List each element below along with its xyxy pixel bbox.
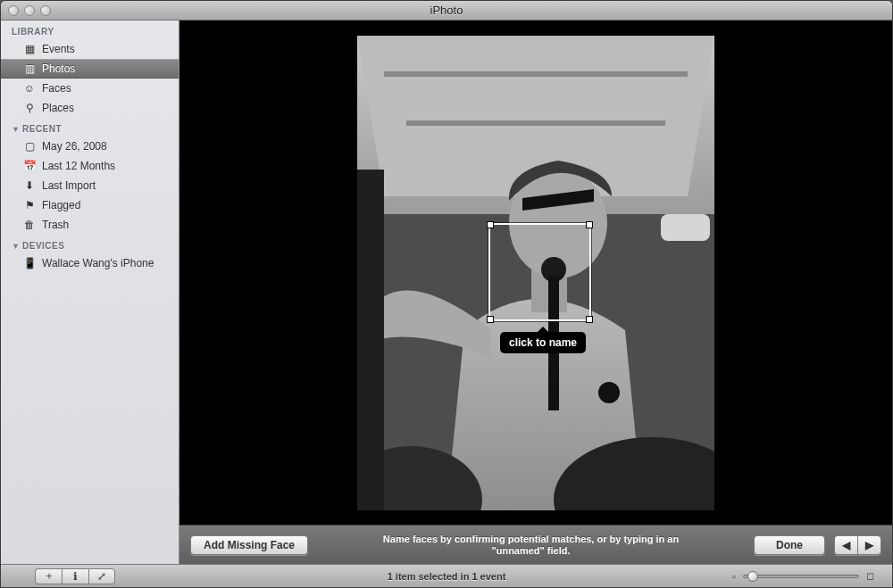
sidebar-section-devices[interactable]: ▼ DEVICES xyxy=(1,235,179,253)
disclosure-triangle-icon: ▼ xyxy=(12,242,21,251)
resize-handle-tl[interactable] xyxy=(487,221,494,228)
face-name-prompt: click to name xyxy=(509,336,577,349)
sidebar-section-library: LIBRARY xyxy=(1,21,179,39)
zoom-slider[interactable] xyxy=(743,575,859,578)
help-text: Name faces by confirming potential match… xyxy=(317,534,745,557)
window-body: LIBRARY ▦ Events ▥ Photos ☺ Faces ⚲ Plac… xyxy=(1,21,892,564)
sidebar-item-label: Faces xyxy=(42,82,71,95)
sidebar-item-label: Last Import xyxy=(42,179,96,192)
flag-icon: ⚑ xyxy=(22,198,37,212)
window-title: iPhoto xyxy=(1,4,892,17)
resize-handle-tr[interactable] xyxy=(586,221,593,228)
thumbnail-small-icon: ▫ xyxy=(732,571,736,582)
sidebar-item-label: Last 12 Months xyxy=(42,160,115,172)
status-right-controls: ▫ ◻ xyxy=(732,570,892,582)
sidebar-item-photos[interactable]: ▥ Photos xyxy=(1,59,179,79)
help-line-2: "unnamed" field. xyxy=(491,545,570,556)
previous-photo-button[interactable]: ◀ xyxy=(834,535,857,555)
svg-rect-2 xyxy=(384,71,688,77)
add-missing-face-button[interactable]: Add Missing Face xyxy=(190,535,308,555)
done-button[interactable]: Done xyxy=(754,535,825,555)
resize-handle-br[interactable] xyxy=(586,316,593,323)
zoom-slider-thumb[interactable] xyxy=(747,571,758,582)
trash-icon: 🗑 xyxy=(22,218,37,232)
sidebar-item-recent-date[interactable]: ▢ May 26, 2008 xyxy=(1,137,179,156)
iphone-icon: 📱 xyxy=(22,256,37,270)
titlebar: iPhoto xyxy=(1,1,892,21)
sidebar-item-label: Places xyxy=(42,102,74,114)
calendar-icon: 📅 xyxy=(22,159,37,173)
sidebar-section-label: LIBRARY xyxy=(12,27,54,37)
info-icon: ℹ xyxy=(73,570,78,583)
event-date-icon: ▢ xyxy=(22,139,37,153)
sidebar-item-label: Photos xyxy=(42,62,75,75)
sidebar-item-device-iphone[interactable]: 📱 Wallace Wang's iPhone xyxy=(1,253,179,273)
photo-viewer[interactable]: click to name xyxy=(179,21,892,525)
statusbar: ＋ ℹ ⤢ 1 item selected in 1 event ▫ ◻ xyxy=(1,564,892,587)
status-left-controls: ＋ ℹ ⤢ xyxy=(35,568,115,584)
sidebar: LIBRARY ▦ Events ▥ Photos ☺ Faces ⚲ Plac… xyxy=(1,21,179,564)
sidebar-item-places[interactable]: ⚲ Places xyxy=(1,98,179,118)
info-button[interactable]: ℹ xyxy=(62,568,88,584)
next-photo-button[interactable]: ▶ xyxy=(857,535,881,555)
sidebar-item-label: Flagged xyxy=(42,199,80,211)
svg-rect-4 xyxy=(661,214,710,241)
add-button[interactable]: ＋ xyxy=(35,568,62,584)
thumbnail-large-icon: ◻ xyxy=(866,570,874,582)
face-name-popover[interactable]: click to name xyxy=(500,332,586,353)
sidebar-section-recent[interactable]: ▼ RECENT xyxy=(1,118,179,137)
traffic-lights xyxy=(1,5,51,16)
sidebar-item-last-import[interactable]: ⬇ Last Import xyxy=(1,176,179,195)
sidebar-item-events[interactable]: ▦ Events xyxy=(1,39,179,59)
events-icon: ▦ xyxy=(22,42,37,56)
sidebar-item-faces[interactable]: ☺ Faces xyxy=(1,79,179,98)
help-line-1: Name faces by confirming potential match… xyxy=(383,534,679,544)
minimize-button[interactable] xyxy=(24,5,35,16)
disclosure-triangle-icon: ▼ xyxy=(12,125,21,134)
sidebar-section-label: RECENT xyxy=(22,124,62,134)
photo: click to name xyxy=(357,36,714,510)
close-button[interactable] xyxy=(8,5,19,16)
sidebar-item-label: Events xyxy=(42,43,75,55)
sidebar-item-label: May 26, 2008 xyxy=(42,140,107,153)
sidebar-item-trash[interactable]: 🗑 Trash xyxy=(1,215,179,235)
action-bar: Add Missing Face Name faces by confirmin… xyxy=(179,525,892,564)
sidebar-item-last-12-months[interactable]: 📅 Last 12 Months xyxy=(1,156,179,176)
sidebar-item-label: Trash xyxy=(42,219,69,231)
right-arrow-icon: ▶ xyxy=(865,540,873,551)
resize-handle-bl[interactable] xyxy=(487,316,494,323)
places-icon: ⚲ xyxy=(22,101,37,115)
content-area: click to name Add Missing Face Name face… xyxy=(179,21,892,564)
svg-point-9 xyxy=(598,382,620,403)
svg-rect-3 xyxy=(406,120,665,126)
zoom-button[interactable] xyxy=(40,5,51,16)
face-box[interactable] xyxy=(488,223,591,321)
plus-icon: ＋ xyxy=(44,568,54,584)
faces-icon: ☺ xyxy=(22,81,37,95)
app-window: iPhoto LIBRARY ▦ Events ▥ Photos ☺ Faces… xyxy=(0,0,893,588)
sidebar-item-flagged[interactable]: ⚑ Flagged xyxy=(1,195,179,215)
sidebar-section-label: DEVICES xyxy=(22,241,64,251)
photos-icon: ▥ xyxy=(22,62,37,76)
fullscreen-button[interactable]: ⤢ xyxy=(88,568,115,584)
sidebar-item-label: Wallace Wang's iPhone xyxy=(42,257,154,269)
left-arrow-icon: ◀ xyxy=(842,540,850,551)
nav-arrows: ◀ ▶ xyxy=(834,535,881,555)
svg-rect-12 xyxy=(357,170,384,510)
fullscreen-icon: ⤢ xyxy=(97,570,106,583)
import-icon: ⬇ xyxy=(22,178,37,193)
